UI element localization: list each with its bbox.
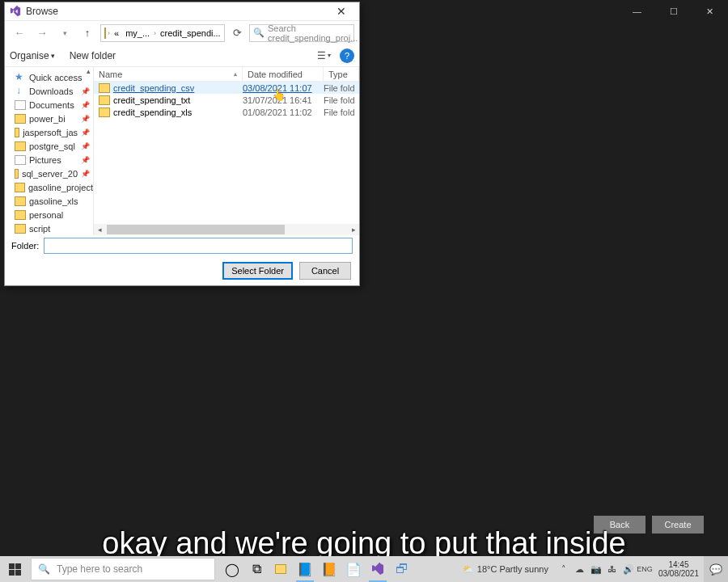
pin-icon: 📌 xyxy=(81,129,90,137)
horizontal-scrollbar[interactable]: ◂ ▸ xyxy=(94,224,359,235)
nav-back-button[interactable]: ← xyxy=(10,23,29,43)
nav-folder[interactable]: jaspersoft_jas📌 xyxy=(10,125,93,139)
pin-icon: 📌 xyxy=(81,142,90,150)
breadcrumb-segment[interactable]: « xyxy=(112,28,121,38)
dialog-close-button[interactable]: ✕ xyxy=(328,3,354,19)
tray-overflow-button[interactable]: ˄ xyxy=(557,562,571,576)
weather-widget[interactable]: ⛅ 18°C Partly sunny xyxy=(456,564,555,575)
dialog-title: Browse xyxy=(26,6,58,17)
windows-icon xyxy=(9,563,21,576)
column-date[interactable]: Date modified xyxy=(243,67,324,81)
taskbar-app-button[interactable]: 🗗 xyxy=(390,556,414,582)
nav-folder[interactable]: gasoline_project xyxy=(10,180,93,194)
visual-studio-icon xyxy=(10,6,21,17)
folder-icon xyxy=(15,210,26,220)
pin-icon: 📌 xyxy=(81,101,90,109)
dialog-titlebar[interactable]: Browse ✕ xyxy=(5,2,359,20)
folder-icon xyxy=(15,169,19,179)
star-icon xyxy=(15,73,26,82)
task-view-button[interactable]: ⧉ xyxy=(244,556,269,582)
view-mode-button[interactable]: ☰▾ xyxy=(312,47,335,65)
language-indicator[interactable]: ENG xyxy=(637,562,652,576)
search-icon: 🔍 xyxy=(253,27,265,38)
volume-icon[interactable]: 🔊 xyxy=(621,562,636,576)
taskbar-app-button[interactable]: 📘 xyxy=(293,556,317,582)
notifications-button[interactable]: 💬 xyxy=(704,556,728,582)
navigation-pane: ▴ Quick access Downloads📌 Documents📌 pow… xyxy=(5,67,94,235)
visual-studio-taskbar-button[interactable] xyxy=(366,556,390,582)
list-header: Name▴ Date modified Type xyxy=(94,67,359,82)
list-item[interactable]: credit_spending_xls 01/08/2021 11:02 Fil… xyxy=(94,106,359,118)
nav-recent-dropdown[interactable]: ▾ xyxy=(55,23,74,43)
clock[interactable]: 14:45 03/08/2021 xyxy=(654,560,704,578)
onedrive-icon[interactable]: ☁ xyxy=(573,562,587,576)
folder-icon xyxy=(15,224,26,234)
search-icon: 🔍 xyxy=(38,563,50,575)
nav-folder[interactable]: power_bi📌 xyxy=(10,112,93,125)
nav-folder[interactable]: personal xyxy=(10,208,93,221)
address-breadcrumb[interactable]: › « my_... › credit_spendi... › ▾ xyxy=(100,24,225,42)
column-name[interactable]: Name▴ xyxy=(94,67,243,81)
nav-up-button[interactable]: ↑ xyxy=(78,23,97,43)
taskbar-app-button[interactable]: 📙 xyxy=(317,556,341,582)
taskbar-app-button[interactable]: 📄 xyxy=(341,556,366,582)
weather-icon: ⛅ xyxy=(463,564,474,575)
folder-icon xyxy=(99,108,110,117)
organise-menu[interactable]: Organise ▾ xyxy=(10,50,55,61)
nav-forward-button: → xyxy=(32,23,52,43)
breadcrumb-segment[interactable]: my_... xyxy=(123,28,152,38)
chevron-down-icon: ▾ xyxy=(51,52,55,60)
folder-icon xyxy=(99,95,110,105)
folder-input[interactable] xyxy=(44,238,353,254)
documents-icon xyxy=(15,100,26,110)
downloads-icon xyxy=(15,86,26,96)
meet-now-icon[interactable]: 📷 xyxy=(589,562,603,576)
scroll-up-arrow[interactable]: ▴ xyxy=(83,67,93,77)
folder-icon xyxy=(15,114,26,124)
file-list: credit_spending_csv 03/08/2021 11:07 Fil… xyxy=(94,82,359,224)
folder-icon xyxy=(15,196,26,206)
nav-pictures[interactable]: Pictures📌 xyxy=(10,153,93,167)
help-button[interactable]: ? xyxy=(340,48,354,63)
scrollbar-thumb[interactable] xyxy=(107,225,285,234)
pin-icon: 📌 xyxy=(81,156,90,164)
folder-label: Folder: xyxy=(11,241,39,251)
pictures-icon xyxy=(15,155,26,165)
scroll-right-arrow[interactable]: ▸ xyxy=(348,224,359,235)
folder-icon xyxy=(99,83,110,93)
nav-documents[interactable]: Documents📌 xyxy=(10,98,93,112)
refresh-button[interactable]: ⟳ xyxy=(228,24,246,42)
breadcrumb-segment[interactable]: credit_spendi... xyxy=(158,28,223,38)
nav-downloads[interactable]: Downloads📌 xyxy=(10,84,93,98)
nav-folder[interactable]: script xyxy=(10,221,93,235)
quick-access-node[interactable]: Quick access xyxy=(10,70,93,84)
start-button[interactable] xyxy=(0,556,29,582)
list-item[interactable]: credit_spending_csv 03/08/2021 11:07 Fil… xyxy=(94,82,359,94)
nav-folder[interactable]: gasoline_xls xyxy=(10,194,93,208)
search-input[interactable]: 🔍 Search credit_spending_proj... xyxy=(249,24,354,42)
cortana-button[interactable]: ◯ xyxy=(220,556,244,582)
cancel-button[interactable]: Cancel xyxy=(299,262,351,280)
folder-icon xyxy=(15,128,19,137)
column-type[interactable]: Type xyxy=(324,67,359,81)
folder-icon xyxy=(275,564,286,574)
sort-asc-icon: ▴ xyxy=(234,70,237,78)
scroll-left-arrow[interactable]: ◂ xyxy=(94,224,105,235)
folder-icon xyxy=(104,27,106,39)
search-placeholder: Type here to search xyxy=(57,563,142,575)
nav-folder[interactable]: postgre_sql📌 xyxy=(10,139,93,153)
nav-folder[interactable]: sql_server_20📌 xyxy=(10,167,93,180)
folder-icon xyxy=(15,183,25,192)
chevron-right-icon: › xyxy=(108,29,110,37)
bg-minimize-button[interactable]: — xyxy=(619,0,655,23)
list-item[interactable]: credit_spending_txt 31/07/2021 16:41 Fil… xyxy=(94,94,359,106)
new-folder-button[interactable]: New folder xyxy=(70,50,116,61)
select-folder-button[interactable]: Select Folder xyxy=(222,262,293,280)
chevron-right-icon: › xyxy=(154,29,156,37)
pin-icon: 📌 xyxy=(81,170,90,178)
bg-close-button[interactable]: ✕ xyxy=(692,0,728,23)
file-explorer-button[interactable] xyxy=(269,556,293,582)
bg-maximize-button[interactable]: ☐ xyxy=(655,0,692,23)
network-icon[interactable]: 🖧 xyxy=(605,562,620,576)
taskbar-search-input[interactable]: 🔍 Type here to search xyxy=(31,558,215,580)
